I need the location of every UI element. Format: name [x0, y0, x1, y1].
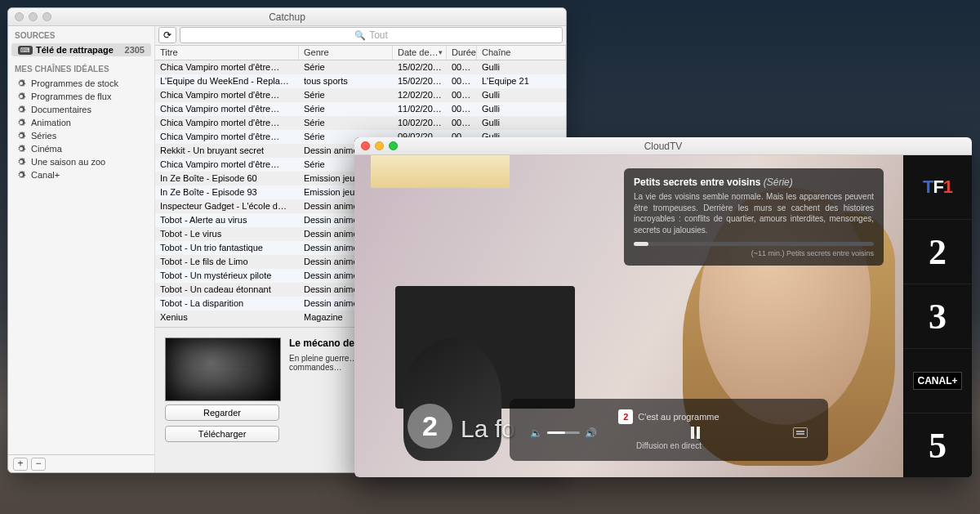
- gear-icon: [16, 105, 26, 114]
- gear-icon: [16, 78, 26, 88]
- cell-date: 10/02/20…: [393, 118, 447, 127]
- sidebar-item-canal-[interactable]: Canal+: [8, 168, 154, 181]
- sidebar-item-programmes-de-stock[interactable]: Programmes de stock: [8, 77, 154, 90]
- cell-genre: Série: [299, 118, 393, 127]
- sidebar-item-label: Animation: [31, 118, 71, 127]
- source-name: Télé de rattrapage: [36, 45, 114, 55]
- channel-france5[interactable]: 5: [903, 413, 972, 477]
- cell-date: 11/02/20…: [393, 104, 447, 114]
- reload-icon: ⟳: [163, 29, 172, 41]
- sidebar-item-label: Documentaires: [31, 105, 91, 114]
- cell-titre: Tobot - Un mystérieux pilote: [155, 270, 299, 280]
- gear-icon: [16, 170, 26, 180]
- cell-date: 15/02/20…: [393, 76, 447, 86]
- cell-titre: L'Equipe du WeekEnd - Repla…: [155, 76, 299, 86]
- table-row[interactable]: Chica Vampiro mortel d'être…Série10/02/2…: [155, 116, 566, 130]
- cell-chaine: Gulli: [477, 90, 566, 100]
- sidebar-item-une-saison-au-zoo[interactable]: Une saison au zoo: [8, 155, 154, 168]
- cell-chaine: L'Equipe 21: [477, 76, 566, 86]
- cell-titre: Tobot - Un cadeau étonnant: [155, 284, 299, 294]
- cell-duree: 00:…: [447, 76, 477, 86]
- cell-genre: Série: [299, 90, 393, 100]
- sidebar-item-label: Programmes de flux: [31, 92, 111, 101]
- detail-thumbnail: [165, 337, 281, 401]
- pause-button[interactable]: [691, 427, 700, 439]
- channel-france2[interactable]: 2: [903, 220, 972, 284]
- download-button[interactable]: Télécharger: [165, 426, 279, 442]
- sidebar-item-label: Programmes de stock: [31, 78, 118, 88]
- progress-remaining: (~11 min.) Petits secrets entre voisins: [634, 249, 874, 257]
- cell-titre: Tobot - Le virus: [155, 229, 299, 239]
- keyboard-icon: ⌨: [18, 46, 33, 55]
- cell-chaine: Gulli: [477, 118, 566, 127]
- broadcast-text-overlay: La fo: [461, 415, 515, 443]
- cell-genre: Série: [299, 104, 393, 114]
- remove-button[interactable]: −: [31, 458, 46, 471]
- catchup-titlebar[interactable]: Catchup: [8, 8, 566, 26]
- col-date[interactable]: Date de…: [393, 46, 447, 60]
- cell-chaine: Gulli: [477, 62, 566, 72]
- cloudtv-titlebar[interactable]: CloudTV: [354, 137, 972, 155]
- sidebar-item-source[interactable]: ⌨Télé de rattrapage 2305: [11, 43, 151, 56]
- add-button[interactable]: +: [13, 458, 28, 471]
- cell-titre: Chica Vampiro mortel d'être…: [155, 132, 299, 141]
- col-titre[interactable]: Titre: [155, 46, 299, 60]
- search-input[interactable]: 🔍 Tout: [180, 27, 563, 43]
- cell-titre: Tobot - Le fils de Limo: [155, 257, 299, 266]
- table-row[interactable]: Chica Vampiro mortel d'être…Série15/02/2…: [155, 60, 566, 74]
- sidebar-item-animation[interactable]: Animation: [8, 116, 154, 129]
- sidebar-footer: + −: [8, 454, 154, 472]
- cell-genre: tous sports: [299, 76, 393, 86]
- cell-titre: Xenius: [155, 312, 299, 322]
- program-title: Petits secrets entre voisins (Série): [634, 177, 874, 188]
- reload-button[interactable]: ⟳: [158, 27, 176, 43]
- cell-chaine: Gulli: [477, 104, 566, 114]
- video-area[interactable]: 2 La fo Petits secrets entre voisins (Sé…: [354, 155, 903, 477]
- toolbar: ⟳ 🔍 Tout: [155, 26, 566, 46]
- col-chaine[interactable]: Chaîne: [477, 46, 566, 60]
- cloudtv-title: CloudTV: [354, 141, 972, 152]
- channel-logo-overlay: 2: [408, 404, 452, 449]
- sidebar-item-programmes-de-flux[interactable]: Programmes de flux: [8, 90, 154, 103]
- source-count: 2305: [125, 45, 145, 55]
- volume-slider[interactable]: [547, 431, 580, 434]
- search-placeholder: Tout: [369, 29, 388, 41]
- sidebar-item-label: Canal+: [31, 170, 60, 180]
- volume-control[interactable]: 🔈 🔊: [530, 427, 597, 439]
- cell-genre: Série: [299, 62, 393, 72]
- cell-date: 12/02/20…: [393, 90, 447, 100]
- channel-tf1[interactable]: TF1: [903, 155, 972, 220]
- channel-canalplus[interactable]: CANAL+: [903, 349, 972, 413]
- sources-section-label: SOURCES: [8, 26, 154, 43]
- cell-duree: 00:…: [447, 62, 477, 72]
- progress-bar[interactable]: [634, 242, 874, 246]
- cell-titre: Chica Vampiro mortel d'être…: [155, 90, 299, 100]
- sidebar-item-label: Séries: [31, 131, 56, 141]
- sidebar-item-documentaires[interactable]: Documentaires: [8, 103, 154, 116]
- live-label: Diffusion en direct: [636, 441, 702, 450]
- channel-france3[interactable]: 3: [903, 284, 972, 349]
- cell-titre: Rekkit - Un bruyant secret: [155, 145, 299, 155]
- sidebar-item-s-ries[interactable]: Séries: [8, 129, 154, 142]
- volume-high-icon: 🔊: [585, 427, 597, 439]
- cell-titre: Chica Vampiro mortel d'être…: [155, 159, 299, 169]
- now-channel-logo: 2: [618, 409, 633, 424]
- cell-titre: Chica Vampiro mortel d'être…: [155, 118, 299, 127]
- cell-titre: Tobot - Alerte au virus: [155, 215, 299, 225]
- cell-duree: 00:…: [447, 104, 477, 114]
- cell-titre: In Ze Boîte - Episode 93: [155, 187, 299, 197]
- table-row[interactable]: L'Equipe du WeekEnd - Repla…tous sports1…: [155, 74, 566, 88]
- program-info-overlay: Petits secrets entre voisins (Série) La …: [624, 168, 884, 266]
- channel-strip: TF1 2 3 CANAL+ 5: [903, 155, 972, 477]
- sidebar-item-label: Une saison au zoo: [31, 157, 105, 167]
- subtitles-button[interactable]: [793, 427, 808, 438]
- gear-icon: [16, 92, 26, 101]
- sidebar-item-cin-ma[interactable]: Cinéma: [8, 142, 154, 155]
- table-row[interactable]: Chica Vampiro mortel d'être…Série12/02/2…: [155, 88, 566, 102]
- watch-button[interactable]: Regarder: [165, 404, 279, 421]
- gear-icon: [16, 118, 26, 127]
- col-duree[interactable]: Durée: [447, 46, 477, 60]
- table-row[interactable]: Chica Vampiro mortel d'être…Série11/02/2…: [155, 102, 566, 116]
- col-genre[interactable]: Genre: [299, 46, 393, 60]
- cell-titre: Chica Vampiro mortel d'être…: [155, 62, 299, 72]
